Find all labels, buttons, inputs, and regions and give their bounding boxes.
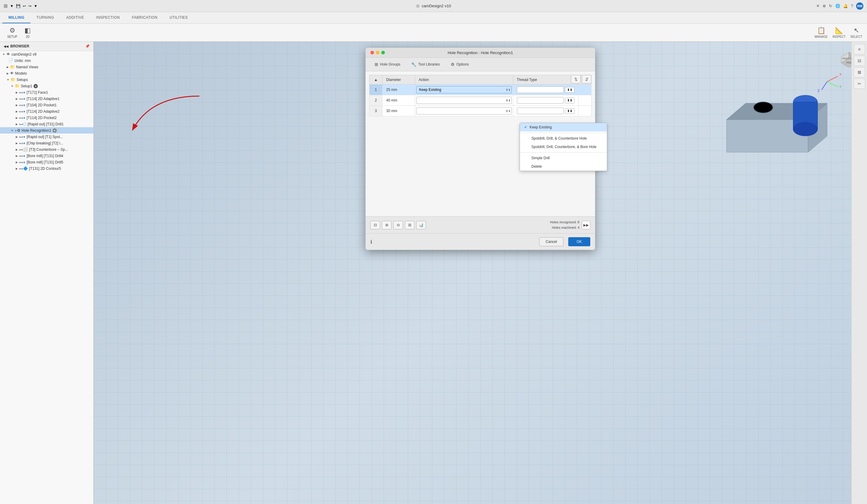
close-traffic-light[interactable] (370, 51, 374, 54)
sidebar-item-drill1[interactable]: ▶ ●● ⬡ [Rapid out] [T31] Drill1 (0, 121, 93, 127)
tab-inspection[interactable]: INSPECTION (90, 12, 126, 23)
action-dropdown-3[interactable]: ⬆⬇ (416, 107, 512, 115)
thread-stepper-3[interactable]: ⬆⬇ (565, 108, 575, 114)
cell-action-3[interactable]: ⬆⬇ (415, 106, 513, 116)
sidebar-item-counterbore[interactable]: ▶ ●● ⬜ [T3] Counterbore – Sp... (0, 146, 93, 153)
right-panel-btn-2[interactable]: ⊟ (854, 56, 865, 66)
action-dropdown-2[interactable]: ⬆⬇ (416, 97, 512, 104)
dropdown-item-label: Simple Drill (531, 156, 550, 160)
sidebar-item-chip[interactable]: ▶ ●● ● [Chip breaking] [T2] l... (0, 140, 93, 146)
ok-button[interactable]: OK (568, 237, 590, 246)
save-icon[interactable]: 💾 (16, 4, 21, 8)
sidebar-item-drill5[interactable]: ▶ ●● ● [Bore mill] [T131] Drill5 (0, 159, 93, 165)
sidebar-item-named-views[interactable]: ▶ 📁 Named Views (0, 64, 93, 70)
tab-tool-libraries[interactable]: 🔧 Tool Libraries (407, 60, 444, 68)
menu-icon[interactable]: ▼ (10, 4, 14, 8)
action-dropdown-1[interactable]: Keep Existing ⬆⬇ (416, 86, 512, 93)
action-select-2[interactable] (416, 97, 512, 104)
footer-btn-3[interactable]: ⊖ (393, 221, 403, 229)
doc-icon: 📄 (9, 58, 13, 63)
dropdown-item-spotdrill-bore[interactable]: Spotdrill, Drill, Counterbore, & Bore Ho… (520, 143, 607, 151)
undo-icon[interactable]: ↩ (23, 4, 26, 8)
dropdown-item-label: Spotdrill, Drill, Counterbore, & Bore Ho… (531, 145, 596, 149)
svg-point-7 (793, 122, 818, 136)
sort-icons: ⇅ ⇵ (571, 75, 591, 83)
sidebar-item-root[interactable]: ▼ 👁 camDesign2 v9 (0, 51, 93, 57)
sidebar-item-spot[interactable]: ▶ ●● ● [Rapid out] [T1] Spot... (0, 133, 93, 140)
tab-hole-groups[interactable]: ⊞ Hole Groups (370, 60, 405, 68)
right-panel-btn-1[interactable]: ≡ (854, 44, 865, 54)
inspect-icon[interactable]: 📐 (835, 26, 843, 34)
refresh-icon[interactable]: ↻ (829, 4, 832, 8)
sidebar-item-setup1[interactable]: ▼ 📁 Setup1 ● (0, 83, 93, 89)
action-select-3[interactable] (416, 107, 512, 115)
user-avatar[interactable]: RM (856, 2, 863, 10)
browser-label: BROWSER (10, 44, 29, 49)
operation-icon: ● (23, 109, 25, 114)
arrow-icon: ▶ (16, 135, 18, 138)
maximize-traffic-light[interactable] (381, 51, 385, 54)
cell-diameter-1: 25 mm (383, 85, 415, 95)
dropdown-item-simple-drill[interactable]: Simple Drill (520, 154, 607, 162)
globe-icon[interactable]: 🌐 (835, 4, 840, 8)
sidebar-item-face1[interactable]: ▶ ●● ● [T171] Face1 (0, 89, 93, 96)
tab-utilities[interactable]: UTILITIES (163, 12, 194, 23)
sidebar-item-setups[interactable]: ▼ 📁 Setups (0, 76, 93, 83)
sidebar-pin-icon[interactable]: 📌 (85, 44, 90, 49)
gear-icon: 📁 (15, 84, 20, 88)
footer-btn-2[interactable]: ⊕ (382, 221, 392, 229)
right-panel-btn-4[interactable]: ✂ (854, 78, 865, 89)
add-icon[interactable]: ⊕ (823, 4, 826, 8)
2d-button[interactable]: ◧ 2D (22, 25, 33, 40)
cell-action-2[interactable]: ⬆⬇ (415, 95, 513, 106)
tab-options[interactable]: ⚙ Options (447, 60, 473, 68)
thread-stepper-1[interactable]: ⬆⬇ (565, 87, 575, 93)
tab-milling[interactable]: MILLING (2, 12, 31, 23)
footer-btn-4[interactable]: ⊞ (405, 221, 415, 229)
info-icon[interactable]: ℹ (370, 239, 372, 245)
sidebar-item-adaptive1[interactable]: ▶ ●● ● [T114] 2D Adaptive1 (0, 96, 93, 102)
svg-text:RIGHT: RIGHT (843, 57, 849, 60)
tab-additive[interactable]: ADDITIVE (60, 12, 90, 23)
more-icon[interactable]: ▼ (34, 4, 38, 8)
table-row: 1 25 mm Keep Existing ⬆⬇ (370, 85, 591, 95)
sidebar-item-hole-recognition1[interactable]: ▼ ● ⚙ Hole Recognition1 ● (0, 127, 93, 133)
sidebar-item-contour5[interactable]: ▶ ●● 🔷 [T131] 2D Contour5 (0, 165, 93, 172)
setup-button[interactable]: ⚙ SETUP (5, 25, 20, 40)
cell-action-1[interactable]: Keep Existing ⬆⬇ (415, 85, 513, 95)
thread-stepper-2[interactable]: ⬆⬇ (565, 98, 575, 103)
main-layout: ◀◀ BROWSER 📌 ▼ 👁 camDesign2 v9 📄 Units: … (0, 42, 867, 504)
redo-icon[interactable]: ↪ (29, 4, 31, 8)
sidebar-item-pocket2[interactable]: ▶ ●● ● [T114] 2D Pocket2 (0, 115, 93, 121)
sidebar-expand-icon[interactable]: ◀◀ (4, 45, 9, 48)
cancel-button[interactable]: Cancel (539, 237, 563, 246)
sidebar-item-drill4[interactable]: ▶ ●● ● [Bore mill] [T131] Drill4 (0, 153, 93, 159)
footer-btn-5[interactable]: 📊 (416, 221, 426, 229)
cell-diameter-3: 30 mm (383, 106, 415, 116)
tab-fabrication[interactable]: FABRICATION (126, 12, 164, 23)
sort-desc-icon[interactable]: ⇵ (582, 75, 591, 83)
grid-icon[interactable]: ⊞ (4, 3, 8, 9)
sidebar-item-units[interactable]: 📄 Units: mm (0, 57, 93, 64)
sidebar-item-pocket1[interactable]: ▶ ●● ● [T104] 2D Pocket1 (0, 102, 93, 108)
sort-asc-icon[interactable]: ⇅ (571, 75, 581, 83)
footer-play-button[interactable]: ▶▶ (582, 221, 590, 229)
check-icon: ✓ (524, 125, 527, 129)
dropdown-item-spotdrill-counterbore[interactable]: Spotdrill, Drill, & Counterbore Hole (520, 134, 607, 143)
manage-icon[interactable]: 📋 (817, 26, 825, 34)
close-window-icon[interactable]: ✕ (816, 4, 820, 8)
tab-turning[interactable]: TURNING (31, 12, 60, 23)
dropdown-item-keep-existing[interactable]: ✓ Keep Existing (520, 123, 607, 131)
bell-icon[interactable]: 🔔 (843, 4, 848, 8)
right-panel-btn-3[interactable]: ⊠ (854, 67, 865, 77)
footer-btn-1[interactable]: ⊟ (370, 221, 380, 229)
sidebar-item-adaptive2[interactable]: ▶ ●● ● [T114] 2D Adaptive2 (0, 108, 93, 115)
action-select-1[interactable]: Keep Existing (416, 86, 512, 93)
row-num-1: 1 (370, 85, 383, 95)
select-icon[interactable]: ↖ (854, 26, 859, 34)
minimize-traffic-light[interactable] (376, 51, 379, 54)
sidebar-item-models[interactable]: ▶ 👁 Models (0, 70, 93, 76)
dropdown-item-delete[interactable]: Delete (520, 162, 607, 171)
help-icon[interactable]: ? (851, 4, 853, 8)
eye-icon: 👁 (10, 71, 14, 76)
